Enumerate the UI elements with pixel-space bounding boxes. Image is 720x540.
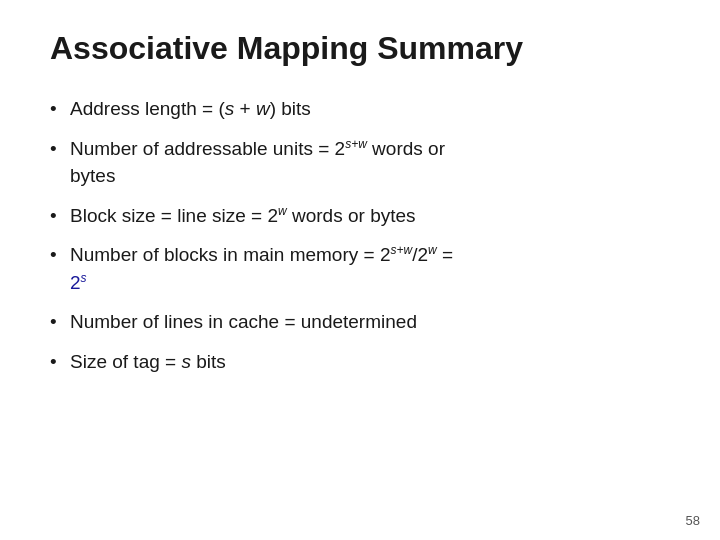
page-number: 58 bbox=[686, 513, 700, 528]
list-item: Address length = (s + w) bits bbox=[50, 95, 670, 123]
bullet-text: Number of addressable units = 2s+w words… bbox=[70, 138, 445, 187]
slide: Associative Mapping Summary Address leng… bbox=[0, 0, 720, 540]
list-item: Number of blocks in main memory = 2s+w/2… bbox=[50, 241, 670, 296]
list-item: Number of lines in cache = undetermined bbox=[50, 308, 670, 336]
list-item: Size of tag = s bits bbox=[50, 348, 670, 376]
bullet-text: Address length = (s + w) bits bbox=[70, 98, 311, 119]
bullet-text: Number of lines in cache = undetermined bbox=[70, 311, 417, 332]
bullet-text: Size of tag = s bits bbox=[70, 351, 226, 372]
bullet-text: Number of blocks in main memory = 2s+w/2… bbox=[70, 244, 453, 293]
list-item: Block size = line size = 2w words or byt… bbox=[50, 202, 670, 230]
slide-title: Associative Mapping Summary bbox=[50, 30, 670, 67]
bullet-text: Block size = line size = 2w words or byt… bbox=[70, 205, 416, 226]
bullet-list: Address length = (s + w) bits Number of … bbox=[50, 95, 670, 375]
list-item: Number of addressable units = 2s+w words… bbox=[50, 135, 670, 190]
